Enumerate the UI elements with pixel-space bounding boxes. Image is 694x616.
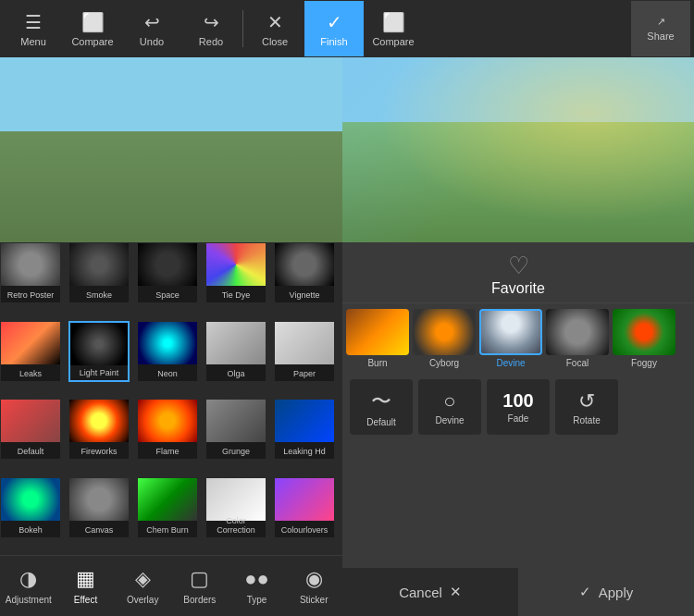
default-control-label: Default <box>366 417 396 427</box>
rotate-control[interactable]: Rotate <box>555 379 618 435</box>
effect-item-flame[interactable]: Flame <box>137 399 198 460</box>
effect-item-canvas[interactable]: Canvas <box>68 477 130 538</box>
effect-item-vignette[interactable]: Vignette <box>274 242 335 303</box>
menu-button[interactable]: Menu <box>4 1 63 56</box>
effect-label-fireworks: Fireworks <box>69 447 129 456</box>
effect-label-paper: Paper <box>275 369 334 378</box>
undo-icon <box>144 11 160 33</box>
effect-select-label-cyborg: Cyborg <box>429 358 459 368</box>
effect-thumb-vignette <box>275 243 334 286</box>
effect-label-default: Default <box>1 447 60 456</box>
sidebar-item-borders[interactable]: ▢ Borders <box>171 555 229 616</box>
effect-label-vignette: Vignette <box>275 290 334 300</box>
effect-thumb-neon <box>138 322 197 364</box>
effect-item-leaking-hd[interactable]: Leaking Hd <box>274 399 335 460</box>
effect-thumb-default <box>1 400 60 442</box>
action-row: Cancel Apply <box>342 568 694 616</box>
fade-value: 100 <box>502 390 533 412</box>
compare-label: Compare <box>71 36 113 47</box>
effect-thumb-retro-poster <box>1 243 60 286</box>
effect-item-default[interactable]: Default <box>0 399 61 460</box>
adjustment-label: Adjustment <box>6 595 52 605</box>
sidebar-item-type[interactable]: ●● Type <box>229 555 286 616</box>
effect-item-light-paint[interactable]: Light Paint <box>68 321 130 382</box>
adjustment-icon: ◑ <box>19 567 37 591</box>
effect-item-tie-dye[interactable]: Tie Dye <box>205 242 266 303</box>
effect-label-tie-dye: Tie Dye <box>206 290 266 300</box>
sidebar-item-effect[interactable]: ▦ Effect <box>57 555 115 616</box>
finish-label: Finish <box>320 36 347 47</box>
devine-control[interactable]: ○ Devine <box>418 379 481 435</box>
effect-label-grunge: Grunge <box>206 447 266 456</box>
compare2-label: Compare <box>372 36 414 47</box>
apply-button[interactable]: Apply <box>518 568 694 616</box>
close-button[interactable]: Close <box>245 1 304 56</box>
effect-item-fireworks[interactable]: Fireworks <box>68 399 130 460</box>
toolbar-divider <box>242 10 243 47</box>
effect-select-foggy[interactable]: Foggy <box>613 309 675 368</box>
sidebar-item-adjustment[interactable]: ◑ Adjustment <box>0 555 57 616</box>
left-preview-image <box>0 57 342 242</box>
rotate-label: Rotate <box>573 415 600 425</box>
borders-label: Borders <box>183 595 216 605</box>
favorite-button[interactable] <box>508 252 529 280</box>
effect-select-focal[interactable]: Focal <box>546 309 609 368</box>
share-label: Share <box>647 31 674 42</box>
effect-select-label-focal: Focal <box>566 358 589 368</box>
close-icon <box>267 11 283 33</box>
menu-icon <box>25 11 42 33</box>
sidebar-item-overlay[interactable]: ◈ Overlay <box>114 555 171 616</box>
rotate-icon <box>578 389 595 413</box>
effect-label-colourlovers: Colourlovers <box>275 525 334 535</box>
apply-check-icon <box>579 584 591 600</box>
undo-button[interactable]: Undo <box>122 1 181 56</box>
share-icon <box>657 16 665 28</box>
effect-label-color-correction: Color Correction <box>206 516 266 535</box>
effect-select-label-foggy: Foggy <box>631 358 657 368</box>
right-preview <box>342 57 694 242</box>
bottom-icons: ◑ Adjustment ▦ Effect ◈ Overlay ▢ Border… <box>0 555 342 616</box>
effect-select-cyborg[interactable]: Cyborg <box>413 309 476 368</box>
cancel-button[interactable]: Cancel <box>342 568 518 616</box>
effect-thumb-paper <box>275 322 334 364</box>
sticker-icon: ◉ <box>305 567 323 591</box>
compare-icon <box>81 11 105 33</box>
favorite-section: Favorite <box>342 242 694 303</box>
effect-item-color-correction[interactable]: Color Correction <box>205 477 266 538</box>
effect-label-canvas: Canvas <box>69 525 129 535</box>
default-control[interactable]: 〜 Default <box>350 379 413 435</box>
effect-item-smoke[interactable]: Smoke <box>68 242 130 303</box>
effect-item-neon[interactable]: Neon <box>137 321 198 382</box>
effect-thumb-flame <box>138 400 197 442</box>
effect-item-retro-poster[interactable]: Retro Poster <box>0 242 61 303</box>
effect-thumb-grunge <box>206 400 266 442</box>
effect-item-olga[interactable]: Olga <box>205 321 266 382</box>
compare-button[interactable]: Compare <box>63 1 122 56</box>
right-preview-overlay <box>342 57 694 242</box>
effect-select-label-devine: Devine <box>496 358 525 368</box>
effect-select-devine[interactable]: Devine <box>479 309 542 368</box>
apply-label: Apply <box>599 585 634 600</box>
effect-item-space[interactable]: Space <box>137 242 198 303</box>
borders-icon: ▢ <box>190 567 209 591</box>
effect-item-bokeh[interactable]: Bokeh <box>0 477 61 538</box>
effect-label-space: Space <box>138 290 197 300</box>
compare2-icon <box>382 11 405 33</box>
effect-select-burn[interactable]: Burn <box>346 309 409 368</box>
effect-thumb-leaking-hd <box>275 400 334 442</box>
left-preview <box>0 57 342 242</box>
compare2-button[interactable]: Compare <box>364 1 423 56</box>
redo-button[interactable]: Redo <box>181 1 241 56</box>
effect-item-grunge[interactable]: Grunge <box>205 399 266 460</box>
effect-item-colourlovers[interactable]: Colourlovers <box>274 477 335 538</box>
share-button[interactable]: Share <box>631 1 690 56</box>
cancel-label: Cancel <box>399 585 442 600</box>
left-panel: Retro PosterSmokeSpaceTie DyeVignetteLea… <box>0 57 342 616</box>
finish-button[interactable]: Finish <box>304 1 364 56</box>
undo-label: Undo <box>140 36 164 47</box>
effect-item-chem-burn[interactable]: Chem Burn <box>137 477 198 538</box>
sidebar-item-sticker[interactable]: ◉ Sticker <box>285 555 342 616</box>
effect-item-leaks[interactable]: Leaks <box>0 321 61 382</box>
effect-thumb-fireworks <box>69 400 129 442</box>
effect-item-paper[interactable]: Paper <box>274 321 335 382</box>
